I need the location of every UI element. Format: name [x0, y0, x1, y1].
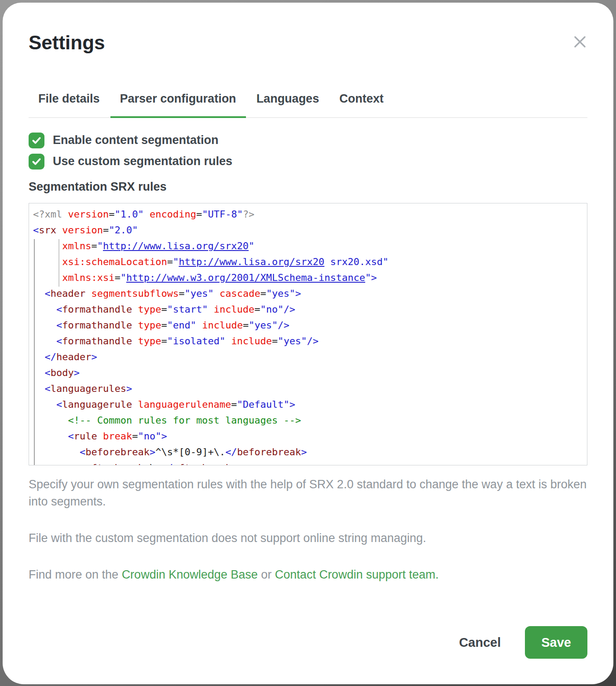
code-line: <header segmentsubflows="yes" cascade="y…	[33, 286, 587, 302]
checkbox-group: Enable content segmentation Use custom s…	[29, 133, 587, 170]
modal-footer: Cancel Save	[459, 626, 587, 659]
settings-modal: Settings File detailsParser configuratio…	[3, 3, 613, 684]
tab-label: File details	[38, 92, 100, 105]
code-line: <rule break="no">	[33, 428, 587, 444]
code-line: <!-- Common rules for most languages -->	[33, 413, 587, 428]
knowledge-base-link[interactable]: Crowdin Knowledge Base	[122, 568, 258, 581]
code-line: xmlns:xsi="http://www.w3.org/2001/XMLSch…	[33, 270, 587, 286]
checkbox-row[interactable]: Use custom segmentation rules	[29, 154, 587, 170]
close-icon	[572, 34, 587, 49]
checkbox-label: Use custom segmentation rules	[53, 155, 232, 168]
contact-support-link[interactable]: Contact Crowdin support team	[275, 568, 436, 581]
help-paragraph: Specify your own segmentation rules with…	[29, 476, 587, 510]
cancel-button[interactable]: Cancel	[459, 635, 501, 650]
srx-rules-editor[interactable]: <?xml version="1.0" encoding="UTF-8"?><s…	[29, 203, 587, 465]
code-line: <formathandle type="isolated" include="y…	[33, 333, 587, 349]
checkbox-row[interactable]: Enable content segmentation	[29, 133, 587, 148]
checkbox-checked[interactable]	[29, 154, 44, 170]
tab-label: Parser configuration	[120, 92, 236, 105]
editor-label: Segmentation SRX rules	[29, 180, 587, 194]
code-line: <languagerule languagerulename="Default"…	[33, 397, 587, 413]
tab-context[interactable]: Context	[330, 92, 393, 118]
tab-file-details[interactable]: File details	[29, 92, 110, 118]
code-line: <afterbreak>\s</afterbreak>	[33, 460, 587, 465]
tab-languages[interactable]: Languages	[247, 92, 329, 118]
code-line: <languagerules>	[33, 381, 587, 397]
find-more-middle: or	[258, 568, 275, 581]
save-button[interactable]: Save	[525, 626, 587, 659]
tab-parser-configuration[interactable]: Parser configuration	[110, 92, 246, 118]
code-line: </header>	[33, 349, 587, 365]
modal-header: Settings	[29, 3, 587, 54]
find-more-prefix: Find more on the	[29, 568, 122, 581]
code-line: <body>	[33, 365, 587, 381]
code-line: <formathandle type="end" include="yes"/>	[33, 317, 587, 333]
close-button[interactable]	[572, 34, 587, 49]
code-line: <srx version="2.0"	[33, 222, 587, 238]
help-text: Specify your own segmentation rules with…	[29, 476, 587, 547]
check-icon	[31, 135, 42, 146]
page-title: Settings	[29, 32, 105, 54]
tab-label: Languages	[257, 92, 319, 105]
checkbox-label: Enable content segmentation	[53, 133, 219, 147]
code-lines: <?xml version="1.0" encoding="UTF-8"?><s…	[29, 203, 587, 465]
indent-guide	[59, 239, 59, 287]
tab-label: Context	[339, 92, 384, 105]
code-line: xmlns="http://www.lisa.org/srx20"	[33, 238, 587, 254]
help-paragraph: File with the custom segmentation does n…	[29, 530, 587, 547]
tabs: File detailsParser configurationLanguage…	[29, 92, 587, 118]
code-line: <formathandle type="start" include="no"/…	[33, 302, 587, 317]
indent-guide	[34, 239, 35, 465]
code-line: <beforebreak>^\s*[0-9]+\.</beforebreak>	[33, 444, 587, 460]
code-line: xsi:schemaLocation="http://www.lisa.org/…	[33, 254, 587, 270]
code-line: <?xml version="1.0" encoding="UTF-8"?>	[33, 207, 587, 222]
check-icon	[31, 156, 42, 167]
find-more-line: Find more on the Crowdin Knowledge Base …	[29, 566, 587, 583]
checkbox-checked[interactable]	[29, 133, 44, 148]
find-more-suffix: .	[436, 568, 439, 581]
